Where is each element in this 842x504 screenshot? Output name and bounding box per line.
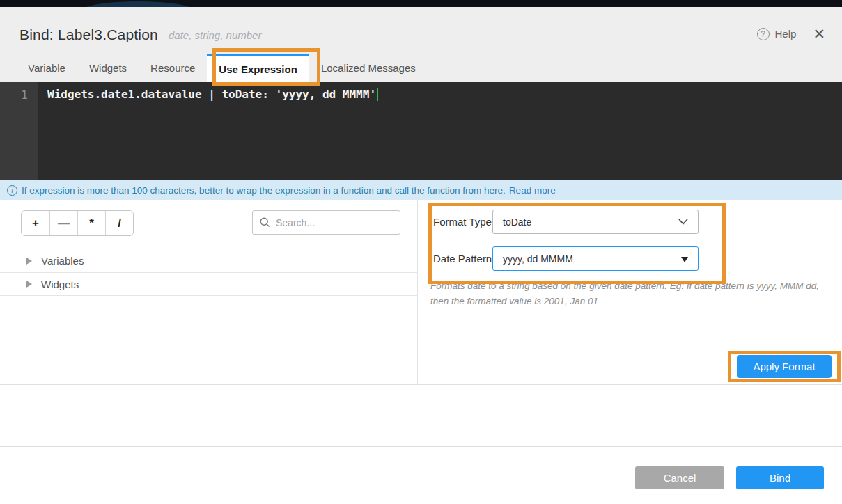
code-text: Widgets.date1.datavalue | toDate: 'yyyy,… <box>47 88 376 101</box>
dialog-body: + — * / Variables Widgets <box>0 200 842 385</box>
dialog-title: Bind: Label3.Caption <box>20 26 158 43</box>
dialog-footer: Cancel Bind <box>0 447 842 504</box>
plus-operator-button[interactable]: + <box>22 211 49 235</box>
tab-widgets[interactable]: Widgets <box>77 54 139 82</box>
tab-variable[interactable]: Variable <box>16 54 77 82</box>
line-number: 1 <box>21 88 28 102</box>
tab-use-expression[interactable]: Use Expression <box>207 54 309 82</box>
expression-tools-panel: + — * / Variables Widgets <box>0 200 418 385</box>
dialog-header: Bind: Label3.Caption date, string, numbe… <box>0 7 842 54</box>
help-label: Help <box>775 28 797 40</box>
format-type-select[interactable]: toDate <box>492 210 699 234</box>
apply-format-button[interactable]: Apply Format <box>737 355 832 378</box>
tree-item-widgets[interactable]: Widgets <box>0 272 418 296</box>
operator-button-group: + — * / <box>21 210 134 236</box>
format-description: Formats date to a string based on the gi… <box>430 278 834 309</box>
divide-operator-button[interactable]: / <box>105 211 133 235</box>
header-actions: ? Help ✕ <box>757 26 825 41</box>
tab-resource[interactable]: Resource <box>139 54 207 82</box>
format-type-row: Format Type toDate <box>433 210 699 234</box>
background-glow <box>82 1 194 7</box>
tree-item-variables[interactable]: Variables <box>0 249 418 272</box>
cancel-button[interactable]: Cancel <box>635 466 724 489</box>
date-pattern-label: Date Pattern <box>433 253 492 265</box>
expression-code[interactable]: Widgets.date1.datavalue | toDate: 'yyyy,… <box>38 82 378 180</box>
date-pattern-row: Date Pattern yyyy, dd MMMM <box>433 246 699 271</box>
tree-item-label: Widgets <box>41 278 79 290</box>
banner-text: If expression is more than 100 character… <box>22 185 506 196</box>
caret-down-icon <box>681 257 688 262</box>
format-panel: Format Type toDate Date Pattern yyyy, dd… <box>419 200 842 385</box>
format-type-label: Format Type <box>433 216 492 228</box>
text-caret <box>377 88 378 101</box>
search-input[interactable] <box>276 217 393 228</box>
minus-operator-button[interactable]: — <box>49 211 77 235</box>
tab-bar: Variable Widgets Resource Use Expression… <box>0 54 842 82</box>
expression-editor[interactable]: 1 Widgets.date1.datavalue | toDate: 'yyy… <box>0 82 842 180</box>
chevron-right-icon <box>26 258 32 265</box>
close-icon[interactable]: ✕ <box>813 26 825 41</box>
format-type-value: toDate <box>503 216 531 228</box>
background-page-strip <box>0 0 842 7</box>
annotation-highlight-apply: Apply Format <box>728 351 841 382</box>
search-icon <box>260 217 270 228</box>
date-pattern-select[interactable]: yyyy, dd MMMM <box>492 246 699 271</box>
binding-source-tree: Variables Widgets <box>0 249 418 296</box>
bind-dialog-screen: Bind: Label3.Caption date, string, numbe… <box>0 0 842 504</box>
info-banner: i If expression is more than 100 charact… <box>0 180 842 200</box>
tab-localized-messages[interactable]: Localized Messages <box>309 54 428 82</box>
bind-button[interactable]: Bind <box>736 466 824 489</box>
question-circle-icon: ? <box>757 28 770 40</box>
read-more-link[interactable]: Read more <box>509 185 556 196</box>
dialog-subtitle: date, string, number <box>169 29 261 41</box>
multiply-operator-button[interactable]: * <box>77 211 105 235</box>
help-button[interactable]: ? Help <box>757 28 797 40</box>
tree-item-label: Variables <box>41 255 84 267</box>
info-icon: i <box>7 185 17 196</box>
search-box <box>252 210 400 235</box>
editor-gutter: 1 <box>0 82 38 180</box>
date-pattern-value: yyyy, dd MMMM <box>503 253 573 265</box>
chevron-right-icon <box>26 281 32 288</box>
chevron-down-icon <box>678 219 688 225</box>
